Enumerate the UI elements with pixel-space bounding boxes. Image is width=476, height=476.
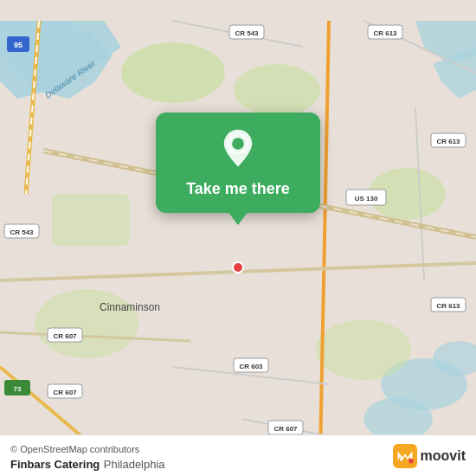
take-me-there-button[interactable]: Take me there — [186, 180, 290, 199]
svg-text:CR 613: CR 613 — [436, 138, 460, 145]
moovit-icon — [393, 444, 417, 468]
svg-point-55 — [232, 138, 244, 150]
location-name: Finbars Catering — [10, 458, 100, 471]
svg-text:CR 607: CR 607 — [53, 389, 77, 396]
svg-text:CR 543: CR 543 — [235, 29, 259, 37]
svg-text:Cinnaminson: Cinnaminson — [100, 301, 160, 313]
popup-card: Take me there — [156, 113, 320, 213]
map-background: 95 CR 543 CR 613 US 130 CR 613 CR 613 CR… — [0, 0, 476, 476]
svg-text:CR 543: CR 543 — [10, 228, 34, 236]
svg-text:CR 607: CR 607 — [273, 425, 298, 433]
svg-point-10 — [234, 64, 320, 116]
svg-text:73: 73 — [14, 385, 22, 393]
svg-text:CR 613: CR 613 — [436, 302, 460, 310]
bottom-bar: © OpenStreetMap contributors Finbars Cat… — [0, 434, 476, 476]
svg-point-9 — [121, 42, 225, 103]
svg-text:CR 603: CR 603 — [239, 363, 263, 370]
svg-point-59 — [408, 458, 414, 463]
svg-text:US 130: US 130 — [355, 195, 378, 203]
location-info: © OpenStreetMap contributors Finbars Cat… — [10, 441, 165, 472]
svg-rect-11 — [52, 194, 130, 246]
map-container: 95 CR 543 CR 613 US 130 CR 613 CR 613 CR… — [0, 0, 476, 476]
svg-point-14 — [35, 289, 138, 358]
svg-text:95: 95 — [14, 41, 23, 49]
moovit-logo: moovit — [393, 444, 466, 468]
svg-text:CR 613: CR 613 — [373, 29, 397, 37]
moovit-text: moovit — [421, 448, 466, 464]
location-pin-icon — [217, 128, 259, 170]
svg-point-13 — [316, 319, 411, 380]
attribution-text: © OpenStreetMap contributors — [10, 444, 139, 454]
svg-point-54 — [233, 262, 243, 273]
svg-text:CR 607: CR 607 — [53, 332, 77, 340]
location-city: Philadelphia — [104, 458, 165, 471]
